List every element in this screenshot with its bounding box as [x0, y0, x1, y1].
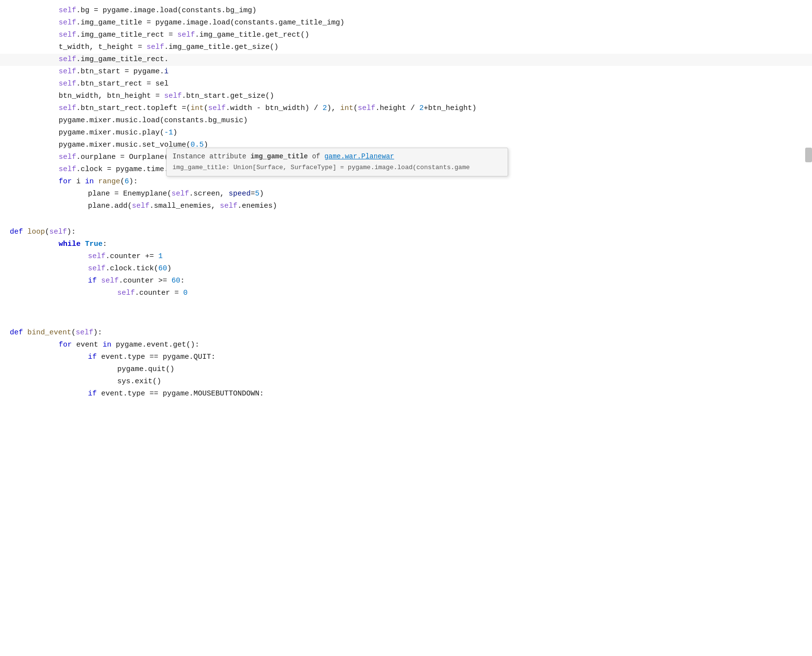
- code-line: plane.add(self.small_enemies, self.enemi…: [0, 200, 812, 213]
- code-line-tooltip-ref: self.img_game_title_rect.: [0, 54, 812, 66]
- code-line: self.btn_start_rect.topleft =(int(self.w…: [0, 103, 812, 115]
- code-line: self.clock.tick(60): [0, 263, 812, 275]
- code-line: self.img_game_title = pygame.image.load(…: [0, 17, 812, 29]
- code-line: if self.counter >= 60:: [0, 275, 812, 287]
- code-line: pygame.mixer.music.load(constants.bg_mus…: [0, 115, 812, 127]
- section-gap: [0, 300, 812, 313]
- editor-container: self.bg = pygame.image.load(constants.bg…: [0, 0, 812, 656]
- tooltip-area: self.img_game_title_rect. Instance attri…: [0, 54, 812, 66]
- code-line: for i in range(6):: [0, 176, 812, 188]
- code-line: if event.type == pygame.MOUSEBUTTONDOWN:: [0, 388, 812, 400]
- code-line: plane = Enemyplane(self.screen, speed=5): [0, 188, 812, 200]
- autocomplete-tooltip: Instance attribute img_game_title of gam…: [166, 148, 508, 176]
- code-line: self.bg = pygame.image.load(constants.bg…: [0, 5, 812, 17]
- section-gap: [0, 313, 812, 327]
- code-line: t_width, t_height = self.img_game_title.…: [0, 42, 812, 54]
- code-line: pygame.mixer.music.play(-1): [0, 127, 812, 139]
- code-line: pygame.quit(): [0, 364, 812, 376]
- code-line: for event in pygame.event.get():: [0, 339, 812, 351]
- code-line: sys.exit(): [0, 376, 812, 388]
- code-line: self.btn_start_rect = sel: [0, 78, 812, 90]
- code-line: btn_width, btn_height = self.btn_start.g…: [0, 90, 812, 103]
- code-line: if event.type == pygame.QUIT:: [0, 351, 812, 364]
- code-line: self.img_game_title_rect = self.img_game…: [0, 29, 812, 42]
- tooltip-detail: img_game_title: Union[Surface, SurfaceTy…: [172, 163, 502, 173]
- section-gap: [0, 213, 812, 226]
- code-line: self.btn_start = pygame.i: [0, 66, 812, 78]
- tooltip-title: Instance attribute img_game_title of gam…: [172, 151, 502, 162]
- code-line: while True:: [0, 239, 812, 251]
- code-line: self.counter += 1: [0, 251, 812, 263]
- def-line-loop: def loop(self):: [0, 226, 812, 239]
- code-line: self.counter = 0: [0, 287, 812, 300]
- def-line-bind-event: def bind_event(self):: [0, 327, 812, 339]
